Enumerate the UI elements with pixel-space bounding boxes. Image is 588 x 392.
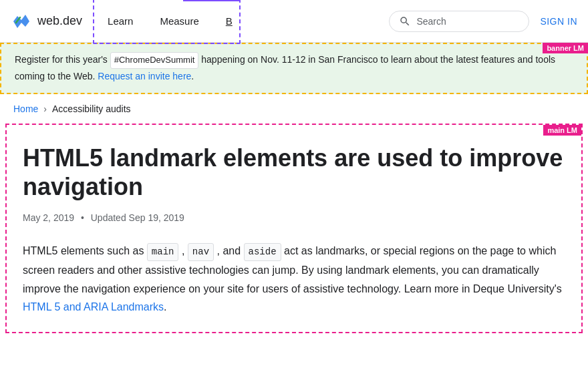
breadcrumb-separator: › [43, 104, 47, 114]
nav-item-measure[interactable]: Measure [146, 0, 212, 43]
article-updated-date: Sep 19, 2019 [129, 212, 184, 223]
body-text-1: HTML5 elements such as [23, 245, 144, 256]
navigation: navigation LM Learn Measure B [93, 0, 241, 44]
logo-link[interactable]: web.dev [11, 11, 82, 32]
article-date: May 2, 2019 • Updated Sep 19, 2019 [23, 212, 565, 223]
date-separator: • [81, 212, 84, 223]
header: web.dev navigation LM Learn Measure B Se… [0, 0, 588, 43]
code-nav: nav [188, 243, 214, 262]
article-publish-date: May 2, 2019 [23, 212, 74, 223]
webdev-logo-icon [11, 11, 32, 32]
nav-lm-label: navigation LM [183, 0, 241, 1]
breadcrumb: Home › Accessibility audits [0, 94, 588, 124]
code-main: main [147, 243, 179, 262]
banner-hashtag: #ChromeDevSummit [110, 52, 199, 69]
banner-prefix: Register for this year's [15, 54, 108, 65]
breadcrumb-current: Accessibility audits [52, 104, 131, 114]
main-content: main LM HTML5 landmark elements are used… [5, 124, 583, 333]
main-lm-label: main LM [543, 125, 581, 136]
banner-wrapper: banner LM Register for this year's #Chro… [0, 43, 588, 94]
nav-items: Learn Measure B [94, 0, 239, 43]
body-text-3: , and [217, 245, 241, 256]
logo-text: web.dev [37, 14, 82, 28]
code-aside: aside [244, 243, 281, 262]
breadcrumb-home[interactable]: Home [13, 104, 38, 114]
body-text-5: . [164, 301, 166, 313]
article: HTML5 landmark elements are used to impr… [23, 144, 565, 316]
search-placeholder: Search [416, 16, 446, 27]
banner-suffix: . [191, 71, 194, 81]
search-icon [399, 15, 411, 27]
banner-lm-label: banner LM [543, 43, 588, 53]
article-updated-prefix: Updated [91, 212, 126, 223]
sign-in-button[interactable]: SIGN IN [540, 16, 577, 27]
banner-invite-link[interactable]: Request an invite here [98, 71, 191, 81]
body-comma-1: , [182, 245, 184, 256]
search-box[interactable]: Search [389, 11, 529, 32]
nav-item-blog[interactable]: B [212, 0, 239, 43]
deque-university-link[interactable]: HTML 5 and ARIA Landmarks [23, 301, 164, 313]
search-area: Search SIGN IN [389, 11, 577, 32]
nav-item-learn[interactable]: Learn [94, 0, 146, 43]
article-title: HTML5 landmark elements are used to impr… [23, 144, 565, 201]
article-body: HTML5 elements such as main , nav , and … [23, 242, 565, 316]
banner: Register for this year's #ChromeDevSummi… [0, 43, 588, 94]
